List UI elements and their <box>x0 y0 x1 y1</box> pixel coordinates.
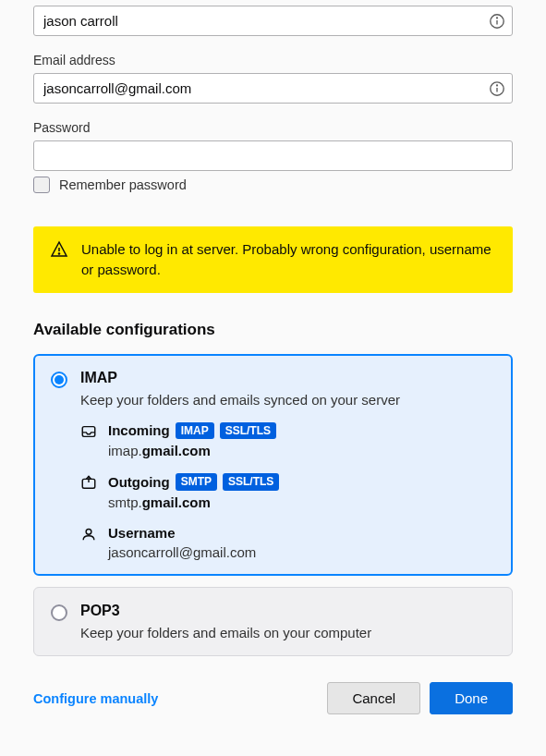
configure-manually-link[interactable]: Configure manually <box>33 691 158 706</box>
remember-password-row[interactable]: Remember password <box>33 177 513 193</box>
tag-imap: IMAP <box>176 422 214 440</box>
available-configurations-heading: Available configurations <box>33 321 513 339</box>
user-icon <box>80 526 97 543</box>
info-icon[interactable] <box>489 80 505 97</box>
config-title-pop3: POP3 <box>80 603 495 619</box>
email-input[interactable] <box>33 73 513 104</box>
config-option-pop3[interactable]: POP3 Keep your folders and emails on you… <box>33 587 513 656</box>
warning-icon <box>50 240 68 262</box>
tag-ssl-incoming: SSL/TLS <box>220 422 276 440</box>
radio-imap[interactable] <box>51 372 67 388</box>
svg-point-5 <box>497 84 498 85</box>
svg-rect-8 <box>82 426 95 436</box>
email-label: Email address <box>33 53 513 67</box>
config-desc-pop3: Keep your folders and emails on your com… <box>80 625 495 640</box>
config-option-imap[interactable]: IMAP Keep your folders and emails synced… <box>33 354 513 577</box>
cancel-button[interactable]: Cancel <box>327 682 420 714</box>
radio-pop3[interactable] <box>51 604 67 621</box>
svg-point-11 <box>86 530 91 535</box>
remember-password-label: Remember password <box>59 177 187 192</box>
email-input-wrapper <box>33 73 513 104</box>
config-title-imap: IMAP <box>80 370 495 386</box>
config-desc-imap: Keep your folders and emails synced on y… <box>80 392 495 408</box>
svg-point-2 <box>497 17 498 18</box>
inbox-icon <box>80 423 97 440</box>
incoming-row: Incoming IMAP SSL/TLS imap.gmail.com <box>80 422 495 459</box>
password-input-wrapper <box>33 140 513 171</box>
username-row: Username jasoncarroll@gmail.com <box>80 525 495 560</box>
name-input[interactable] <box>33 6 513 36</box>
tag-smtp: SMTP <box>176 473 217 491</box>
svg-point-7 <box>58 253 59 254</box>
username-label: Username <box>108 525 176 541</box>
error-alert: Unable to log in at server. Probably wro… <box>33 226 513 293</box>
outbox-icon <box>80 474 97 491</box>
tag-ssl-outgoing: SSL/TLS <box>223 473 279 491</box>
outgoing-label: Outgoing <box>108 474 170 490</box>
password-label: Password <box>33 120 513 135</box>
username-value: jasoncarroll@gmail.com <box>108 544 495 560</box>
name-input-wrapper <box>33 6 513 36</box>
incoming-label: Incoming <box>108 422 170 438</box>
done-button[interactable]: Done <box>430 682 513 714</box>
incoming-host: imap.gmail.com <box>108 443 495 458</box>
error-alert-text: Unable to log in at server. Probably wro… <box>81 239 496 280</box>
outgoing-row: Outgoing SMTP SSL/TLS smtp.gmail.com <box>80 473 495 510</box>
remember-password-checkbox[interactable] <box>33 177 50 193</box>
outgoing-host: smtp.gmail.com <box>108 494 495 510</box>
info-icon[interactable] <box>489 13 505 30</box>
password-input[interactable] <box>33 140 513 171</box>
